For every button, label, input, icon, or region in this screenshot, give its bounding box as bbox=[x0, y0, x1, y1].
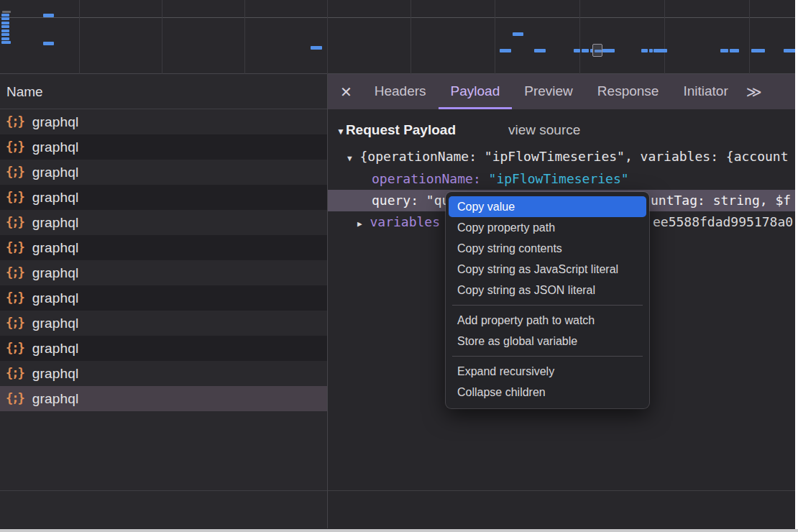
request-timing-bar bbox=[43, 14, 54, 17]
network-overview-timeline[interactable] bbox=[0, 0, 795, 74]
overview-gridline bbox=[664, 0, 665, 74]
overview-horizontal-gridline bbox=[0, 17, 795, 18]
request-row[interactable]: {;}graphql bbox=[0, 361, 327, 386]
request-timing-bar bbox=[1, 37, 9, 40]
request-list: {;}graphql{;}graphql{;}graphql{;}graphql… bbox=[0, 109, 327, 411]
request-timing-bar bbox=[653, 49, 667, 52]
request-timing-bar bbox=[1, 22, 9, 24]
property-key: operationName: bbox=[372, 171, 481, 186]
close-icon[interactable]: ✕ bbox=[340, 83, 352, 101]
request-timing-bar bbox=[1, 17, 9, 20]
request-timing-bar bbox=[730, 49, 739, 52]
menu-item-collapse-children[interactable]: Collapse children bbox=[446, 382, 649, 403]
query-row-left-text: query: "qu bbox=[372, 193, 449, 208]
tab-response[interactable]: Response bbox=[585, 74, 671, 109]
tab-headers[interactable]: Headers bbox=[362, 74, 439, 109]
payload-summary-text: {operationName: "ipFlowTimeseries", vari… bbox=[359, 149, 788, 164]
menu-item-store-as-global-variable[interactable]: Store as global variable bbox=[446, 331, 649, 352]
request-name-label: graphql bbox=[32, 361, 79, 386]
request-timing-bar bbox=[1, 41, 11, 44]
name-column-label: Name bbox=[6, 84, 43, 99]
section-collapse-icon[interactable]: ▼ bbox=[336, 127, 345, 137]
panel-splitter[interactable] bbox=[327, 74, 328, 528]
devtools-window: Name {;}graphql{;}graphql{;}graphql{;}gr… bbox=[0, 0, 798, 532]
request-name-label: graphql bbox=[32, 260, 79, 285]
overview-gridline bbox=[495, 0, 495, 74]
query-row-right-text: untTag: string, $f bbox=[651, 190, 791, 211]
request-row[interactable]: {;}graphql bbox=[0, 109, 327, 134]
request-timing-bar bbox=[1, 25, 9, 28]
request-row[interactable]: {;}graphql bbox=[0, 311, 327, 336]
screenshot-bottom-edge bbox=[0, 529, 798, 532]
context-menu: Copy valueCopy property pathCopy string … bbox=[446, 192, 649, 408]
request-row[interactable]: {;}graphql bbox=[0, 185, 327, 210]
request-timing-bar bbox=[43, 42, 54, 45]
request-name-label: graphql bbox=[32, 311, 79, 336]
request-timing-bar bbox=[1, 29, 9, 32]
json-braces-icon: {;} bbox=[6, 386, 24, 411]
view-source-link[interactable]: view source bbox=[508, 119, 580, 141]
request-name-label: graphql bbox=[32, 109, 79, 134]
json-braces-icon: {;} bbox=[6, 185, 24, 210]
footer-divider bbox=[0, 490, 795, 491]
overview-gridline bbox=[327, 0, 328, 74]
root-expand-icon[interactable]: ▼ bbox=[347, 154, 352, 163]
request-name-label: graphql bbox=[32, 235, 79, 260]
tab-preview[interactable]: Preview bbox=[512, 74, 585, 109]
request-row[interactable]: {;}graphql bbox=[0, 160, 327, 185]
menu-item-copy-property-path[interactable]: Copy property path bbox=[446, 217, 649, 238]
menu-item-expand-recursively[interactable]: Expand recursively bbox=[446, 361, 649, 382]
json-braces-icon: {;} bbox=[6, 210, 24, 235]
overview-gridline bbox=[749, 0, 750, 74]
request-name-label: graphql bbox=[32, 336, 79, 361]
more-tabs-icon[interactable]: ≫ bbox=[746, 83, 761, 101]
payload-root-row[interactable]: ▼ {operationName: "ipFlowTimeseries", va… bbox=[328, 146, 795, 168]
json-braces-icon: {;} bbox=[6, 160, 24, 185]
menu-item-copy-string-as-json-literal[interactable]: Copy string as JSON literal bbox=[446, 280, 649, 301]
request-payload-section-header[interactable]: ▼Request Payload bbox=[328, 119, 456, 141]
request-row[interactable]: {;}graphql bbox=[0, 260, 327, 285]
tab-initiator[interactable]: Initiator bbox=[671, 74, 740, 109]
devtools-network-panel: Name {;}graphql{;}graphql{;}graphql{;}gr… bbox=[0, 0, 795, 529]
operation-name-row[interactable]: operationName: "ipFlowTimeseries" bbox=[328, 168, 795, 190]
request-timing-bar bbox=[720, 49, 728, 52]
request-row-selected[interactable]: {;}graphql bbox=[0, 386, 327, 411]
request-row[interactable]: {;}graphql bbox=[0, 336, 327, 361]
request-timing-bar bbox=[784, 49, 795, 52]
request-row[interactable]: {;}graphql bbox=[0, 210, 327, 235]
variables-expand-icon[interactable]: ▶ bbox=[357, 219, 362, 229]
name-column-header[interactable]: Name bbox=[0, 74, 327, 109]
menu-item-copy-value[interactable]: Copy value bbox=[449, 196, 646, 217]
overview-gridline bbox=[162, 0, 162, 74]
menu-item-copy-string-as-javascript-literal[interactable]: Copy string as JavaScript literal bbox=[446, 259, 649, 280]
request-timing-bar bbox=[582, 49, 589, 52]
overview-gridline bbox=[579, 0, 580, 74]
json-braces-icon: {;} bbox=[6, 235, 24, 260]
overview-gridline bbox=[244, 0, 245, 74]
request-timing-bar bbox=[574, 49, 580, 52]
request-row[interactable]: {;}graphql bbox=[0, 285, 327, 311]
json-braces-icon: {;} bbox=[6, 361, 24, 386]
variables-row-right-text: ee5588fdad995178a0 bbox=[653, 211, 793, 233]
request-row[interactable]: {;}graphql bbox=[0, 134, 327, 160]
menu-item-copy-string-contents[interactable]: Copy string contents bbox=[446, 238, 649, 259]
details-tabs: HeadersPayloadPreviewResponseInitiator bbox=[362, 74, 740, 109]
request-row[interactable]: {;}graphql bbox=[0, 235, 327, 260]
request-timing-bar bbox=[602, 49, 615, 52]
request-timing-bar bbox=[513, 32, 523, 36]
menu-item-add-property-path-to-watch[interactable]: Add property path to watch bbox=[446, 310, 649, 331]
section-title: Request Payload bbox=[346, 122, 456, 137]
request-timing-bar bbox=[534, 49, 546, 52]
request-timing-bar bbox=[1, 33, 9, 36]
property-value: "ipFlowTimeseries" bbox=[489, 171, 629, 186]
json-braces-icon: {;} bbox=[6, 109, 24, 134]
json-braces-icon: {;} bbox=[6, 336, 24, 361]
request-name-label: graphql bbox=[32, 185, 79, 210]
request-timing-bar bbox=[649, 49, 653, 52]
overview-gridline bbox=[411, 0, 411, 74]
request-name-label: graphql bbox=[32, 386, 79, 411]
request-timing-bar bbox=[751, 49, 765, 52]
request-name-label: graphql bbox=[32, 210, 79, 235]
request-timing-bar bbox=[1, 14, 9, 17]
tab-payload[interactable]: Payload bbox=[439, 74, 513, 109]
